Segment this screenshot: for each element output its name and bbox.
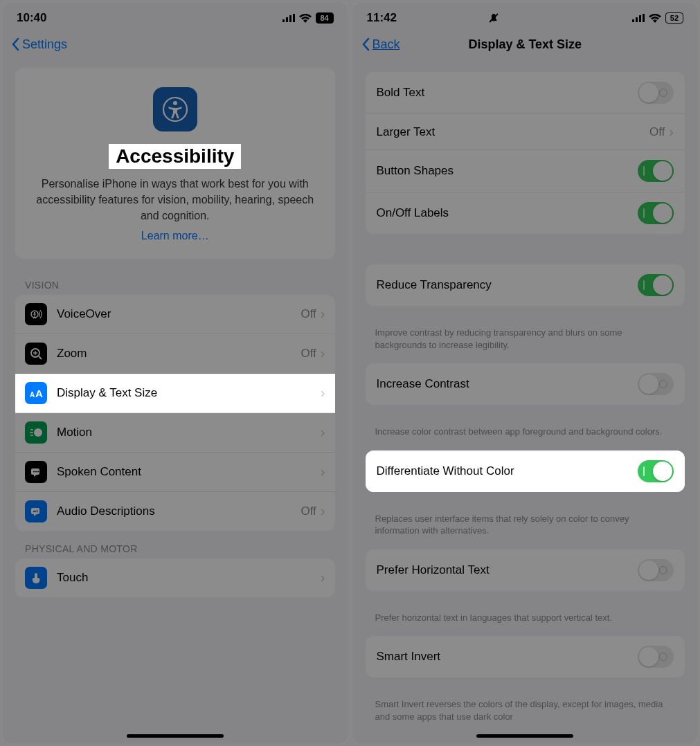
setting-bold-text[interactable]: Bold Text [366,72,685,114]
setting-larger-text[interactable]: Larger TextOff› [366,114,685,150]
cellular-icon [632,14,645,22]
svg-rect-0 [282,19,285,22]
home-indicator[interactable] [127,734,224,738]
row-audio-descriptions[interactable]: Audio Descriptions Off › [15,492,335,531]
silent-icon [488,12,499,24]
row-label: Smart Invert [377,650,638,664]
setting-differentiate-without-color[interactable]: Differentiate Without Color [366,451,685,492]
footer-text: Increase color contrast between app fore… [353,420,698,451]
row-label: Prefer Horizontal Text [377,563,638,577]
row-zoom[interactable]: Zoom Off › [15,334,335,374]
row-label: Spoken Content [57,465,321,479]
row-voiceover[interactable]: VoiceOver Off › [15,295,335,334]
row-label: Touch [57,571,321,585]
chevron-right-icon: › [321,503,325,519]
voiceover-icon [25,303,47,325]
home-indicator[interactable] [476,734,573,738]
nav-bar: Back Display & Text Size [353,29,698,60]
row-label: Motion [57,426,321,439]
battery-indicator: 52 [665,12,683,24]
row-motion[interactable]: Motion › [15,413,335,453]
row-label: Reduce Transparency [377,278,638,292]
learn-more-link[interactable]: Learn more… [141,230,209,242]
status-bar: 11:42 52 [353,3,698,29]
footer-text: Replaces user interface items that rely … [353,507,698,549]
svg-text:A: A [35,388,43,399]
settings-group: Prefer Horizontal Text [366,549,685,591]
chevron-right-icon: › [321,570,325,585]
vision-list: VoiceOver Off › Zoom Off › AA Display & … [15,295,335,531]
motion-icon [25,421,47,444]
toggle[interactable] [638,82,674,104]
wifi-icon [649,14,661,23]
toggle[interactable] [638,202,674,224]
toggle[interactable] [638,274,674,296]
toggle[interactable] [638,160,674,182]
svg-rect-1 [286,17,288,22]
back-label: Settings [22,37,67,52]
settings-group: Increase Contrast [366,363,685,405]
hero-card: Accessibility Personalise iPhone in ways… [15,68,335,259]
phone-accessibility: 10:40 84 Settings Accessibility Personal… [3,3,348,743]
chevron-right-icon: › [321,385,325,401]
row-label: Differentiate Without Color [377,464,638,478]
row-label: Increase Contrast [377,377,638,391]
svg-point-5 [173,101,177,105]
svg-rect-27 [643,14,645,22]
row-label: Audio Descriptions [57,504,300,518]
row-label: Display & Text Size [57,386,321,400]
setting-increase-contrast[interactable]: Increase Contrast [366,363,685,405]
svg-point-7 [34,311,35,313]
setting-prefer-horizontal-text[interactable]: Prefer Horizontal Text [366,549,685,591]
wifi-icon [299,14,312,23]
chevron-right-icon: › [321,345,325,361]
setting-smart-invert[interactable]: Smart Invert [366,636,685,677]
toggle[interactable] [638,646,674,668]
nav-bar: Settings [3,29,348,60]
toggle[interactable] [638,460,674,482]
row-label: VoiceOver [57,307,300,321]
chevron-right-icon: › [321,306,325,322]
toggle[interactable] [638,373,674,395]
chevron-right-icon: › [669,124,674,140]
svg-point-21 [37,471,39,472]
page-title: Display & Text Size [468,37,582,52]
settings-group: Bold TextLarger TextOff›Button ShapesOn/… [366,72,685,234]
row-label: Bold Text [377,86,638,100]
svg-point-14 [34,428,42,437]
row-spoken-content[interactable]: Spoken Content › [15,453,335,492]
row-value: Off [300,347,316,361]
row-value: Off [300,307,316,321]
row-value: Off [649,125,665,139]
setting-on-off-labels[interactable]: On/Off Labels [366,192,685,234]
back-button[interactable]: Settings [11,37,67,52]
toggle[interactable] [638,559,674,581]
zoom-icon [25,343,47,365]
back-label: Back [373,37,400,52]
back-button[interactable]: Back [361,37,400,52]
chevron-right-icon: › [321,424,325,440]
chevron-left-icon [11,37,19,51]
physical-list: Touch › [15,558,335,597]
setting-reduce-transparency[interactable]: Reduce Transparency [366,264,685,306]
spoken-icon [25,461,47,483]
row-value: Off [300,504,316,518]
settings-group: Reduce Transparency [366,264,685,306]
section-header-physical: PHYSICAL AND MOTOR [3,531,348,558]
svg-text:A: A [30,391,35,399]
footer-text: Improve contrast by reducing transparenc… [353,321,698,363]
svg-rect-26 [639,15,641,22]
textsize-icon: AA [25,382,47,404]
svg-rect-25 [636,17,638,22]
hero-title: Accessibility [109,144,241,169]
row-touch[interactable]: Touch › [15,558,335,597]
section-header-vision: VISION [3,267,348,295]
svg-rect-24 [632,19,634,22]
status-time: 10:40 [17,11,46,25]
battery-indicator: 84 [316,12,334,24]
row-label: Larger Text [377,125,649,139]
setting-button-shapes[interactable]: Button Shapes [366,150,685,192]
row-label: Button Shapes [377,164,638,178]
svg-rect-3 [293,14,295,22]
row-display-text-size[interactable]: AA Display & Text Size › [15,374,335,413]
